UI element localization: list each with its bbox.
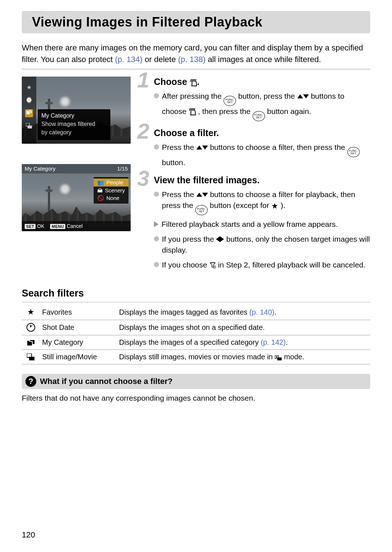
bullet: Press the buttons to choose a filter for…: [154, 189, 370, 216]
none-icon: 🚫: [97, 195, 104, 201]
star-icon: ★: [26, 84, 32, 91]
filter-desc: Displays still images, movies or movies …: [117, 350, 370, 364]
up-arrow-icon: [196, 146, 202, 150]
bottom-bar: SET OK MENU Cancel: [22, 221, 131, 231]
link-p140[interactable]: (p. 140): [249, 308, 274, 316]
step-3: 3 View the filtered images. Press the bu…: [139, 175, 370, 270]
popup-line1: Show images filtered: [41, 120, 107, 128]
filter-desc: Displays the images tagged as favorites …: [117, 304, 370, 320]
question-box-header: ? What if you cannot choose a filter?: [22, 374, 370, 389]
menu-tag: MENU: [50, 224, 65, 229]
step-body: Press the buttons to choose a filter for…: [154, 189, 370, 270]
list-item: 🏔Scenery: [94, 187, 128, 194]
cancel-label: Cancel: [67, 223, 83, 229]
popup-title: My Category: [41, 111, 107, 120]
shot-date-clock-icon: [22, 320, 40, 335]
head-text: .: [197, 77, 200, 87]
left-arrow-icon: [216, 236, 220, 242]
svg-point-6: [276, 356, 277, 358]
link-p138[interactable]: (p. 138): [178, 55, 206, 64]
bullet-dot-icon: [154, 144, 159, 150]
camera-screenshot-2: My Category 1/15 👥People 🏔Scenery 🚫None …: [22, 164, 131, 231]
still-movie-icon: [26, 123, 32, 130]
step-number: 3: [137, 168, 149, 189]
step-number: 2: [137, 120, 149, 142]
filter-name: My Category: [40, 335, 117, 350]
bullet: If you choose in Step 2, filtered playba…: [154, 259, 370, 270]
right-column: 1 Choose . After pressing the FUNC.SET b…: [139, 77, 370, 277]
ok-label: OK: [37, 223, 44, 229]
side-icon-strip: ★ ⌚: [22, 77, 36, 144]
still-movie-icon: [22, 350, 40, 364]
list-item: 🚫None: [94, 194, 128, 202]
divider: [22, 69, 370, 69]
top-title: My Category: [25, 165, 56, 172]
link-p134[interactable]: (p. 134): [115, 55, 143, 64]
list-item: 👥People: [94, 179, 128, 187]
cancel-filter-icon: [209, 261, 216, 267]
func-set-icon: FUNC.SET: [347, 147, 360, 157]
bullet: Press the buttons to choose a filter, th…: [154, 142, 370, 168]
up-arrow-icon: [196, 193, 202, 197]
bullet: After pressing the FUNC.SET button, pres…: [154, 91, 370, 121]
question-title: What if you cannot choose a filter?: [40, 377, 172, 386]
step-1: 1 Choose . After pressing the FUNC.SET b…: [139, 77, 370, 121]
body-area: ★ ⌚ My Category Show images filtered by …: [22, 77, 370, 277]
filter-desc: Displays the images of a specified categ…: [117, 335, 370, 350]
intro-part2: or delete: [145, 55, 178, 64]
bullet-text: After pressing the FUNC.SET button, pres…: [162, 91, 370, 121]
list-item-label: People: [106, 179, 123, 185]
down-arrow-icon: [202, 146, 208, 150]
step-heading: Choose a filter.: [154, 128, 370, 138]
top-bar: My Category 1/15: [22, 164, 131, 173]
digest-mode-icon: [275, 353, 282, 361]
right-arrow-icon: [220, 236, 224, 242]
link-p142[interactable]: (p. 142): [261, 338, 286, 346]
camera-screenshot-1: ★ ⌚ My Category Show images filtered by …: [22, 77, 131, 144]
list-item-label: Scenery: [105, 187, 125, 193]
head-text: Choose: [154, 77, 190, 87]
filter-desc: Displays the images shot on a specified …: [117, 320, 370, 335]
set-tag: SET: [25, 224, 36, 229]
svg-rect-4: [29, 357, 34, 360]
up-arrow-icon: [297, 94, 303, 98]
filter-name: Still image/Movie: [40, 350, 117, 364]
category-icon: [25, 109, 33, 117]
question-body: Filters that do not have any correspondi…: [22, 393, 370, 403]
popup-line2: by category: [41, 128, 107, 136]
page: Viewing Images in Filtered Playback When…: [0, 0, 392, 552]
bullet-dot-icon: [154, 262, 159, 267]
func-set-icon: FUNC.SET: [224, 96, 236, 106]
question-mark-icon: ?: [25, 376, 36, 387]
scenery-icon: 🏔: [97, 187, 103, 193]
intro-paragraph: When there are many images on the memory…: [22, 42, 370, 65]
step-heading: Choose .: [154, 77, 370, 87]
svg-rect-7: [277, 357, 282, 360]
svg-rect-1: [28, 126, 32, 128]
popup-tooltip: My Category Show images filtered by cate…: [38, 109, 110, 140]
page-number: 120: [22, 530, 35, 540]
list-item-label: None: [106, 195, 119, 201]
filter-icon: [189, 108, 196, 115]
bullet: Filtered playback starts and a yellow fr…: [154, 219, 370, 230]
step-2: 2 Choose a filter. Press the buttons to …: [139, 128, 370, 168]
down-arrow-icon: [303, 94, 309, 98]
bullet-text: Press the buttons to choose a filter for…: [162, 189, 370, 216]
bullet-dot-icon: [154, 192, 159, 197]
my-category-icon: [22, 335, 40, 350]
category-list: 👥People 🏔Scenery 🚫None: [94, 177, 128, 204]
filters-table: ★ Favorites Displays the images tagged a…: [22, 304, 370, 364]
result-arrow-icon: [154, 221, 159, 227]
step-number: 1: [137, 69, 149, 91]
func-set-icon: FUNC.SET: [253, 111, 265, 121]
steps: 1 Choose . After pressing the FUNC.SET b…: [139, 77, 370, 270]
bullet-text: If you choose in Step 2, filtered playba…: [162, 259, 366, 270]
bullet-dot-icon: [154, 93, 159, 98]
filter-name: Shot Date: [40, 320, 117, 335]
bullet-text: Press the buttons to choose a filter, th…: [162, 142, 370, 168]
func-set-icon: FUNC.SET: [195, 205, 208, 215]
left-column: ★ ⌚ My Category Show images filtered by …: [22, 77, 131, 277]
bullet: If you press the buttons, only the chose…: [154, 234, 370, 256]
filter-icon: [190, 79, 197, 86]
table-row: Shot Date Displays the images shot on a …: [22, 320, 370, 335]
